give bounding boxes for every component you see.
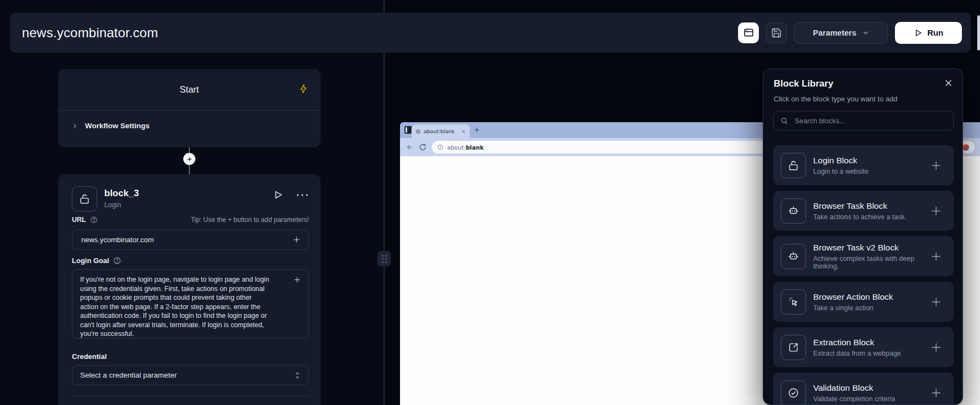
block-item-description: Extract data from a webpage [813, 350, 901, 357]
back-icon[interactable] [405, 143, 414, 151]
extract-icon [781, 335, 806, 360]
add-block-icon[interactable] [931, 387, 942, 398]
add-goal-parameter-icon[interactable] [293, 276, 301, 284]
login-block-node[interactable]: block_3 Login URL Tip: Use the + button … [58, 174, 320, 405]
play-icon [914, 28, 922, 37]
block-name: block_3 [104, 188, 139, 199]
run-block-icon[interactable] [273, 190, 283, 200]
start-node-title: Start [58, 84, 320, 95]
list-item-login-block[interactable]: Login Block Login to a website [773, 145, 954, 185]
block-item-title: Browser Task Block [813, 201, 906, 211]
block-item-description: Take actions to achieve a task. [813, 213, 906, 221]
search-input[interactable] [773, 111, 954, 130]
chevron-right-icon [71, 123, 78, 129]
browser-view-button[interactable] [738, 22, 759, 43]
workflow-settings-toggle[interactable]: Workflow Settings [71, 122, 150, 130]
save-icon [771, 27, 782, 38]
robot-icon [781, 244, 806, 269]
block-item-title: Extraction Block [813, 338, 901, 347]
block-library-subtitle: Click on the block type you want to add [774, 95, 897, 103]
parameters-label: Parameters [813, 28, 857, 37]
block-item-description: Achieve complex tasks with deep thinking… [813, 255, 923, 270]
search-icon [780, 117, 788, 125]
reload-icon[interactable] [419, 143, 427, 151]
url-help-icon[interactable] [90, 216, 98, 224]
app-header: news.ycombinator.com Parameters [10, 13, 971, 53]
block-item-title: Browser Action Block [813, 292, 893, 302]
search-input-field[interactable] [793, 116, 947, 126]
list-item-validation-block[interactable]: Validation Block Validate completion cri… [773, 373, 954, 405]
add-block-icon[interactable] [931, 206, 942, 216]
select-chevrons-icon [294, 372, 301, 379]
browser-profile-avatar[interactable] [962, 144, 969, 151]
block-item-title: Login Block [813, 156, 869, 166]
add-block-icon[interactable] [931, 342, 942, 353]
panel-divider [384, 0, 385, 405]
workflow-builder-app: about:blank about:blank [0, 0, 980, 405]
workflow-title: news.ycombinator.com [22, 25, 158, 41]
robot-icon [781, 198, 806, 224]
block-type-label: Login [104, 201, 139, 209]
login-goal-textarea[interactable]: If you're not on the login page, navigat… [72, 269, 309, 339]
login-goal-text: If you're not on the login page, navigat… [80, 275, 271, 339]
lightning-icon [298, 83, 308, 94]
start-node[interactable]: Start Workflow Settings [58, 69, 320, 147]
block-item-description: Take a single action [813, 304, 893, 312]
list-item-browser-task-v2-block[interactable]: Browser Task v2 Block Achieve complex ta… [773, 236, 954, 276]
credential-select-value: Select a credential parameter [80, 371, 177, 379]
page-info-icon[interactable] [437, 144, 443, 150]
block-library-title: Block Library [774, 78, 833, 89]
run-label: Run [927, 28, 943, 37]
lock-icon [781, 153, 806, 178]
block-item-description: Validate completion criteria [813, 395, 895, 403]
block-item-title: Validation Block [813, 383, 895, 393]
new-tab-icon[interactable] [474, 127, 480, 133]
globe-favicon-icon [415, 129, 421, 134]
block-library-list: Login Block Login to a website Browser T… [773, 145, 954, 405]
browser-window-icon [743, 27, 754, 38]
address-host: blank [466, 144, 484, 151]
block-item-description: Login to a website [813, 168, 869, 175]
credential-select[interactable]: Select a credential parameter [72, 365, 309, 385]
block-menu-icon[interactable] [296, 193, 308, 197]
url-input[interactable] [72, 230, 309, 250]
chevron-down-icon [862, 29, 869, 36]
add-block-icon[interactable] [931, 251, 942, 262]
add-block-icon[interactable] [931, 160, 942, 171]
url-label: URL [72, 216, 86, 224]
tab-close-icon[interactable] [461, 129, 466, 134]
browser-tab[interactable]: about:blank [412, 124, 470, 138]
workflow-settings-label: Workflow Settings [85, 122, 150, 130]
list-item-browser-action-block[interactable]: Browser Action Block Take a single actio… [773, 282, 954, 322]
login-goal-help-icon[interactable] [113, 256, 121, 265]
credential-label: Credential [72, 352, 107, 361]
browser-sidepanel-icon[interactable] [404, 126, 412, 134]
parameters-tip: Tip: Use the + button to add parameters! [191, 216, 309, 224]
block-item-title: Browser Task v2 Block [813, 243, 923, 253]
block-library-panel: Block Library Click on the block type yo… [763, 69, 963, 405]
check-circle-icon [781, 380, 806, 405]
lock-icon [72, 186, 97, 212]
parameters-button[interactable]: Parameters [794, 22, 888, 44]
add-block-between-button[interactable] [183, 153, 195, 165]
panel-resize-handle[interactable] [378, 251, 391, 266]
login-goal-label: Login Goal [72, 256, 109, 265]
add-url-parameter-icon[interactable] [292, 236, 301, 244]
address-prefix: about: [447, 144, 466, 151]
close-icon[interactable] [944, 78, 953, 88]
list-item-browser-task-block[interactable]: Browser Task Block Take actions to achie… [773, 191, 954, 231]
url-input-field[interactable] [80, 235, 292, 244]
save-button[interactable] [766, 22, 787, 43]
cursor-click-icon [781, 289, 806, 315]
tab-title: about:blank [424, 128, 459, 134]
run-button[interactable]: Run [895, 22, 962, 44]
add-block-icon[interactable] [931, 296, 942, 307]
page-scrollbar[interactable] [977, 15, 980, 50]
list-item-extraction-block[interactable]: Extraction Block Extract data from a web… [773, 327, 954, 367]
